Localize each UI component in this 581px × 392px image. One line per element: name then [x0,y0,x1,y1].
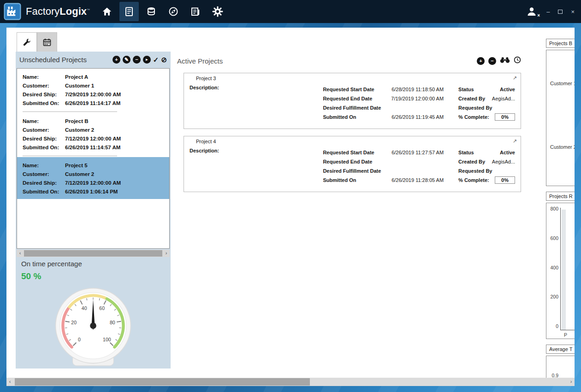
nav-scheduling-button[interactable] [119,2,139,21]
card-title: Project 3 [188,76,513,81]
expand-icon[interactable]: ↗ [513,75,517,81]
scroll-right-icon[interactable]: › [163,250,170,257]
name-label: Name: [23,117,65,126]
titlebar: FactoryLogix™ [0,0,581,23]
clock-icon [514,56,521,64]
field-value: 6/26/2019 11:19:45 AM [391,112,444,122]
chart-row-label: Customer 1 [550,81,575,86]
scroll-right-icon[interactable]: › [568,378,575,386]
field-value: 6/26/2019 11:27:57 AM [391,148,444,157]
history-button[interactable] [514,56,521,65]
status-label: Status [458,148,474,157]
scrollbar-thumb[interactable] [15,378,310,386]
status-badge: Active [500,85,515,94]
binoculars-icon [500,57,510,63]
field-label: Requested End Date [323,94,372,103]
active-projects-toolbar: + − [477,56,521,65]
project-name: Project B [65,117,164,126]
reject-project-button[interactable]: ⊘ [161,56,167,64]
gauge-tick-80: 80 [110,320,115,325]
submitted-label: Submitted On: [23,99,65,108]
scroll-left-icon[interactable]: ‹ [6,378,13,386]
remove-active-project-button[interactable]: − [488,57,496,65]
app-title: FactoryLogix™ [26,6,90,18]
y-axis-tick: 400 [546,265,558,270]
tab-tools[interactable] [17,32,37,52]
maximize-button[interactable] [558,9,563,15]
expand-icon[interactable]: ↗ [513,138,517,144]
nav-settings-button[interactable] [208,2,227,21]
list-item-project-a[interactable]: Name:Project A Customer:Customer 1 Desir… [17,69,169,111]
customer-label: Customer: [23,126,65,135]
minimize-button[interactable]: – [546,9,550,15]
field-value: 6/28/2019 11:18:50 AM [391,85,444,94]
percent-complete-value: 0% [495,176,515,184]
active-projects-section: Active Projects + − [177,54,521,377]
x-axis-label: P [564,332,567,338]
schedule-board-icon [124,6,135,17]
card-body: Description: Requested Start Date6/28/20… [184,83,521,122]
submitted-value: 6/26/2019 1:06:14 PM [65,187,164,196]
nav-tracking-button[interactable] [164,2,183,21]
description-label: Description: [190,85,219,90]
gauge-tick-60: 60 [99,305,105,311]
percent-complete-value: 0% [495,113,515,121]
main-horizontal-scrollbar[interactable]: ‹ › [6,378,575,386]
ontime-title: On time percentage [21,260,82,268]
edit-project-button[interactable]: ✎ [123,56,130,64]
customer-value: Customer 1 [65,82,164,90]
main-nav [97,2,227,21]
status-badge: Active [500,148,515,157]
y-axis-line [560,208,561,330]
gauge-tick-40: 40 [82,305,87,311]
field-value: 6/26/2019 11:28:05 AM [391,176,444,185]
unscheduled-panel: Unscheduled Projects + ✎ − ► ✓ ⊘ Name:Pr… [16,52,171,369]
user-icon [526,6,537,17]
add-active-project-button[interactable]: + [477,57,485,65]
nav-reports-button[interactable] [186,2,205,21]
main-content: Unscheduled Projects + ✎ − ► ✓ ⊘ Name:Pr… [6,28,575,386]
open-project-button[interactable]: ► [143,56,151,64]
complete-label: % Complete: [458,112,489,122]
submitted-label: Submitted On: [23,187,65,196]
panel-body: 800 600 400 200 0 P [546,203,575,339]
user-badge-x-icon: × [537,13,540,18]
scrollbar-thumb[interactable] [24,250,162,257]
complete-label: % Complete: [458,176,489,185]
list-divider [23,111,117,112]
gauge-tick-20: 20 [71,320,77,325]
nav-materials-button[interactable] [142,2,161,21]
close-button[interactable]: × [571,9,575,15]
project-card-4: Project 4 ↗ Description: Requested Start… [184,136,521,192]
wrench-icon [22,38,31,47]
ship-label: Desired Ship: [23,179,65,187]
left-tabs [17,32,57,52]
home-icon [101,6,113,17]
list-item-project-5[interactable]: Name:Project 5 Customer:Customer 2 Desir… [17,157,169,199]
window-frame: Unscheduled Projects + ✎ − ► ✓ ⊘ Name:Pr… [0,23,581,392]
add-project-button[interactable]: + [113,56,120,64]
list-horizontal-scrollbar[interactable]: ‹ › [17,250,170,257]
name-label: Name: [23,161,65,170]
ship-label: Desired Ship: [23,90,65,99]
calendar-icon [42,38,52,47]
description-label: Description: [190,148,219,153]
list-item-project-b[interactable]: Name:Project B Customer:Customer 2 Desir… [17,113,169,155]
y-axis-tick: 600 [546,235,558,241]
submitted-label: Submitted On: [23,143,65,152]
ontime-value: 50 % [21,271,41,281]
panel-title: Average T [546,345,575,354]
nav-home-button[interactable] [97,2,117,21]
tab-schedule[interactable] [37,32,57,52]
approve-project-button[interactable]: ✓ [153,56,159,64]
scroll-left-icon[interactable]: ‹ [17,250,24,257]
user-logout-button[interactable]: × [526,6,538,17]
project-card-3: Project 3 ↗ Description: Requested Start… [184,73,521,129]
search-binoculars-button[interactable] [500,57,510,65]
panel-body: Customer 1 Customer 2 [546,50,575,186]
unscheduled-header: Unscheduled Projects + ✎ − ► ✓ ⊘ [16,52,171,67]
remove-project-button[interactable]: − [133,56,141,64]
submitted-value: 6/26/2019 11:14:57 AM [65,143,164,152]
ship-label: Desired Ship: [23,135,65,143]
customer-label: Customer: [23,170,65,179]
